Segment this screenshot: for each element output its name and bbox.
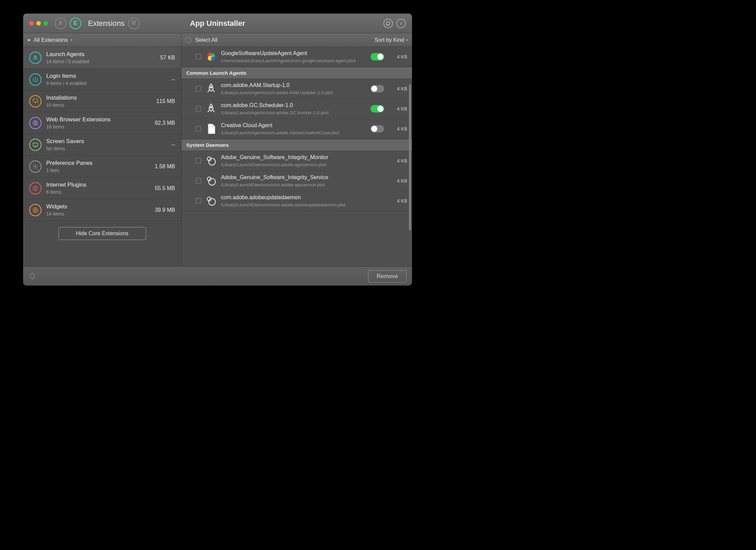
sidebar-item-size: 57 KB (160, 55, 175, 61)
chevron-down-icon: ▾ (71, 38, 72, 42)
filter-dropdown[interactable]: ➤ All Extensions ▾ (23, 33, 182, 47)
list-item[interactable]: GoogleSoftwareUpdateAgent Agent /Users/s… (182, 47, 412, 67)
scrollbar[interactable] (409, 84, 411, 230)
daemon-icon (205, 155, 217, 167)
item-checkbox[interactable] (196, 126, 201, 132)
item-size: 4 KB (391, 86, 407, 91)
sidebar-item-sub: No items (46, 146, 167, 151)
item-name: com.adobe.GC.Scheduler-1.0 (221, 102, 366, 108)
list-item[interactable]: Adobe_Genuine_Software_Integrity_Monitor… (182, 151, 412, 171)
item-size: 4 KB (391, 198, 407, 204)
item-size: 4 KB (391, 106, 407, 111)
item-checkbox[interactable] (196, 106, 201, 111)
sidebar: Launch Agents 14 items / 5 enabled 57 KB… (23, 47, 182, 267)
section-title: Extensions (88, 19, 125, 28)
zoom-button[interactable] (44, 21, 48, 25)
chevron-down-icon: ▾ (406, 38, 408, 42)
sidebar-item-size: 1.58 MB (155, 164, 175, 170)
enable-toggle[interactable] (371, 85, 384, 92)
sidebar-item-size: 82.3 MB (155, 120, 175, 126)
module-remains-icon[interactable]: R (128, 18, 140, 29)
enable-toggle[interactable] (371, 53, 384, 61)
app-window: A E Extensions R App Uninstaller i ➤ All… (23, 14, 412, 286)
hide-core-extensions-button[interactable]: Hide Core Extensions (58, 227, 146, 240)
sidebar-item-label: Login Items (46, 73, 167, 80)
titlebar: A E Extensions R App Uninstaller i (23, 14, 412, 33)
close-button[interactable] (29, 21, 34, 25)
power-icon (29, 73, 41, 86)
enable-toggle[interactable] (371, 105, 384, 113)
item-checkbox[interactable] (196, 86, 201, 91)
item-checkbox[interactable] (196, 158, 201, 164)
sidebar-item-installations[interactable]: Installations 10 items 115 MB (23, 90, 181, 112)
svg-point-6 (35, 209, 36, 211)
list-item[interactable]: Creative Cloud Agent /Library/LaunchAgen… (182, 119, 412, 139)
feedback-icon[interactable] (383, 19, 393, 28)
module-switcher: A E Extensions R (55, 18, 140, 29)
item-checkbox[interactable] (196, 198, 201, 204)
group-header: Common Launch Agents (182, 67, 412, 79)
sidebar-item-label: Installations (46, 94, 152, 101)
list-item[interactable]: Adobe_Genuine_Software_Integrity_Service… (182, 171, 412, 191)
svg-point-13 (209, 158, 216, 165)
module-extensions-icon[interactable]: E (70, 18, 81, 29)
screen-icon (29, 139, 41, 151)
svg-rect-2 (33, 143, 38, 146)
item-path: /Library/LaunchAgents/com.adobe.AAM.Upda… (221, 90, 366, 95)
globe-icon (29, 117, 41, 129)
svg-point-15 (209, 178, 216, 185)
enable-toggle[interactable] (371, 125, 384, 133)
lightbulb-icon[interactable] (29, 273, 36, 280)
sidebar-item-label: Preference Panes (46, 160, 150, 167)
sidebar-item-widgets[interactable]: Widgets 14 items 39.9 MB (23, 199, 181, 221)
sidebar-item-sub: 6 items (46, 189, 150, 195)
select-all-label: Select All (195, 37, 218, 43)
sidebar-item-label: Internet Plugins (46, 182, 150, 188)
item-name: Adobe_Genuine_Software_Integrity_Monitor (221, 154, 384, 160)
gear-icon (29, 160, 41, 173)
sidebar-item-size: 115 MB (156, 98, 175, 104)
info-icon[interactable]: i (396, 19, 406, 28)
daemon-icon (205, 175, 217, 187)
balls-icon (205, 51, 217, 63)
item-path: /Users/starka/Library/LaunchAgents/com.g… (221, 58, 366, 63)
svg-point-17 (209, 199, 216, 205)
sidebar-item-sub: 9 items / 4 enabled (46, 81, 167, 86)
sort-dropdown[interactable]: Sort by Kind ▾ (375, 37, 408, 43)
sidebar-item-sub: 14 items (46, 211, 150, 217)
remove-button[interactable]: Remove (368, 270, 407, 282)
sidebar-item-launch-agents[interactable]: Launch Agents 14 items / 5 enabled 57 KB (23, 47, 181, 69)
sidebar-item-size: 55.5 MB (155, 185, 175, 191)
item-checkbox[interactable] (196, 54, 201, 59)
svg-point-0 (35, 56, 36, 57)
item-checkbox[interactable] (196, 178, 201, 184)
sidebar-item-internet-plugins[interactable]: Internet Plugins 6 items 55.5 MB (23, 177, 181, 199)
sidebar-item-preference-panes[interactable]: Preference Panes 1 item 1.58 MB (23, 156, 181, 177)
item-name: com.adobe.adobeupdatedaemon (221, 194, 384, 201)
plug-icon (29, 182, 41, 194)
minimize-button[interactable] (36, 21, 41, 25)
sidebar-item-login-items[interactable]: Login Items 9 items / 4 enabled -- (23, 69, 181, 90)
sidebar-item-web-browser-extensions[interactable]: Web Browser Extensions 16 items 82.3 MB (23, 112, 181, 134)
svg-point-12 (210, 107, 212, 108)
sidebar-item-size: -- (171, 142, 175, 148)
list-item[interactable]: com.adobe.AAM.Startup-1.0 /Library/Launc… (182, 79, 412, 99)
sidebar-item-sub: 10 items (46, 102, 152, 108)
sidebar-item-sub: 16 items (46, 124, 150, 130)
download-icon (29, 95, 41, 107)
location-arrow-icon: ➤ (27, 37, 31, 42)
main-list: GoogleSoftwareUpdateAgent Agent /Users/s… (182, 47, 412, 267)
item-name: Creative Cloud Agent (221, 122, 366, 128)
filter-label: All Extensions (34, 37, 68, 43)
list-item[interactable]: com.adobe.adobeupdatedaemon /Library/Lau… (182, 191, 412, 211)
sidebar-item-screen-savers[interactable]: Screen Savers No items -- (23, 134, 181, 156)
module-apps-icon[interactable]: A (55, 18, 66, 29)
select-all-checkbox[interactable] (186, 37, 191, 43)
item-path: /Library/LaunchAgents/com.adobe.GC.Invok… (221, 110, 366, 115)
sidebar-item-size: 39.9 MB (155, 207, 175, 213)
sidebar-item-size: -- (171, 76, 175, 83)
toolbar: ➤ All Extensions ▾ Select All Sort by Ki… (23, 33, 412, 47)
item-size: 4 KB (391, 178, 407, 184)
list-item[interactable]: com.adobe.GC.Scheduler-1.0 /Library/Laun… (182, 99, 412, 119)
sidebar-item-sub: 1 item (46, 168, 150, 173)
